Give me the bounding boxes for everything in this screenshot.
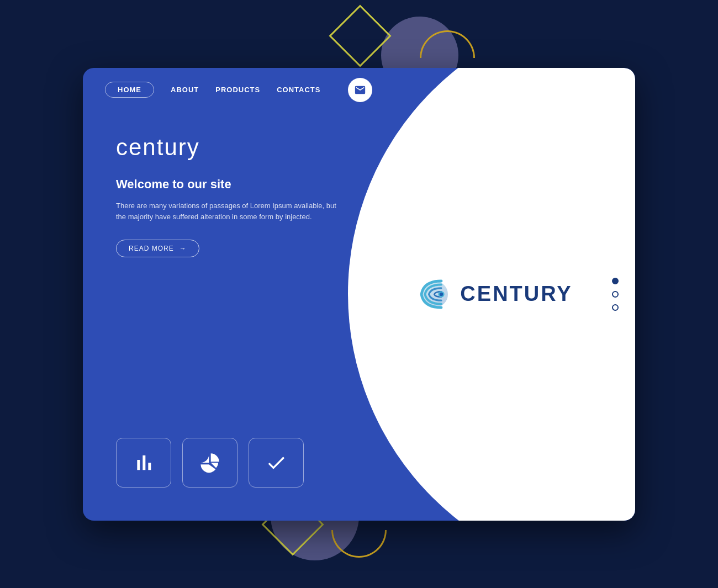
logo-content: CENTURY [410, 272, 572, 316]
login-label: LOGIN [571, 86, 596, 94]
nav-about-button[interactable]: ABOUT [171, 86, 199, 94]
navbar: HOME ABOUT PRODUCTS CONTACTS LOGIN [83, 68, 635, 112]
svg-point-2 [440, 292, 443, 295]
nav-left: HOME ABOUT PRODUCTS CONTACTS [105, 78, 372, 102]
login-button[interactable]: LOGIN [539, 80, 613, 100]
bg-arc-bottom [331, 530, 387, 558]
nav-contacts-button[interactable]: CONTACTS [277, 86, 320, 94]
pie-chart-icon [199, 452, 221, 474]
bar-chart-icon [133, 452, 155, 474]
hero-section: century Welcome to our site There are ma… [116, 134, 348, 258]
feature-box-checkmark[interactable] [249, 438, 304, 488]
feature-boxes [116, 438, 304, 488]
nav-home-button[interactable]: HOME [105, 82, 154, 98]
hero-subtitle: Welcome to our site [116, 177, 348, 192]
feature-box-bar-chart[interactable] [116, 438, 171, 488]
dot-1[interactable] [612, 278, 619, 284]
dot-3[interactable] [612, 304, 619, 311]
read-more-label: READ MORE [129, 245, 174, 252]
main-card: HOME ABOUT PRODUCTS CONTACTS LOGIN centu… [83, 68, 635, 521]
hero-title: century [116, 134, 348, 161]
hero-body-text: There are many variations of passages of… [116, 200, 348, 224]
dot-2[interactable] [612, 291, 619, 298]
mail-icon [354, 84, 366, 96]
logo-text: CENTURY [460, 282, 572, 306]
feature-box-pie-chart[interactable] [182, 438, 237, 488]
century-globe-icon [410, 272, 455, 316]
mail-button[interactable] [348, 78, 372, 102]
nav-products-button[interactable]: PRODUCTS [215, 86, 260, 94]
dots-indicator [612, 278, 619, 311]
arrow-icon: → [180, 245, 187, 252]
checkmark-icon [265, 452, 287, 474]
logo-area: CENTURY [348, 68, 635, 521]
read-more-button[interactable]: READ MORE → [116, 240, 199, 257]
user-icon [556, 85, 566, 95]
